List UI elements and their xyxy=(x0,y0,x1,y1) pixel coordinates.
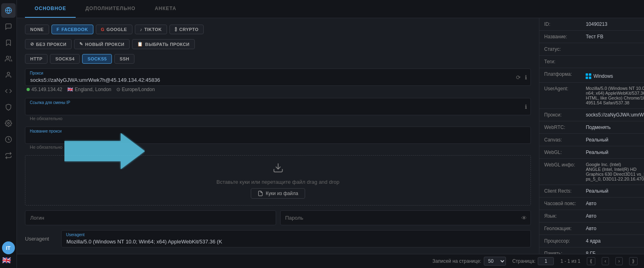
no-proxy-icon: ⊘ xyxy=(30,42,34,47)
footer: Записей на странице: 50 100 200 Страница… xyxy=(17,254,644,268)
sidebar-item-coin[interactable] xyxy=(1,132,16,147)
page-count-text: 1 - 1 из 1 xyxy=(560,258,580,264)
proxy-name-hint: Не обязательно xyxy=(25,144,531,150)
sidebar-item-settings[interactable] xyxy=(1,116,16,131)
sidebar-item-transfer[interactable] xyxy=(1,148,16,163)
info-row-canvas: Canvas: Реальный xyxy=(539,134,644,146)
timezone-label-right: Часовой пояс: xyxy=(539,197,581,210)
left-panel: None f Facebook G Google ♪ TikTok ₿ Cryp… xyxy=(17,18,539,254)
password-toggle: 👁 xyxy=(520,214,528,222)
first-page-btn[interactable]: ⟪ xyxy=(587,257,595,265)
tags-value xyxy=(581,56,644,68)
platform-value: Windows xyxy=(581,68,644,83)
useragent-input[interactable] xyxy=(61,230,531,247)
ip-change-wrapper: Ссылка для смены IP ℹ Не обязательно xyxy=(25,98,531,122)
btn-tiktok[interactable]: ♪ TikTok xyxy=(135,25,167,34)
content-area: None f Facebook G Google ♪ TikTok ₿ Cryp… xyxy=(17,18,644,254)
webrtc-value: Подменять xyxy=(581,121,644,134)
windows-logo xyxy=(586,73,591,79)
ip-change-input[interactable] xyxy=(25,98,531,115)
login-input[interactable] xyxy=(25,210,276,225)
page-input[interactable] xyxy=(538,257,554,265)
useragent-wrapper: Useragent xyxy=(61,230,531,247)
proxy-refresh-btn[interactable]: ⟳ xyxy=(515,73,522,81)
info-row-platform: Платформа: Windows xyxy=(539,68,644,83)
select-proxy-icon: 📋 xyxy=(137,42,143,47)
client-rects-label: Client Rects: xyxy=(539,185,581,197)
btn-http[interactable]: HTTP xyxy=(25,54,47,64)
sidebar-item-shield[interactable] xyxy=(1,100,16,114)
proxy-timezone: ⊙ Europe/London xyxy=(116,87,155,92)
proxy-name-input[interactable] xyxy=(25,127,531,144)
sidebar-item-bookmark[interactable] xyxy=(1,35,16,50)
tab-questionnaire[interactable]: Анкета xyxy=(145,0,186,18)
info-row-timezone: Часовой пояс: Авто xyxy=(539,197,644,210)
proxy-label-right: Прокси: xyxy=(539,109,581,121)
useragent-value-right: Mozilla/5.0 (Windows NT 10.0; Win64; x64… xyxy=(581,83,644,109)
svg-point-2 xyxy=(6,56,8,58)
btn-facebook[interactable]: f Facebook xyxy=(52,25,93,34)
btn-google[interactable]: G Google xyxy=(96,25,132,34)
tab-bar: Основное Дополнительно Анкета xyxy=(17,0,644,18)
id-value: 10490213 xyxy=(581,18,644,31)
records-label: Записей на странице: xyxy=(432,258,481,264)
useragent-label: Useragent xyxy=(25,230,57,247)
geolocation-label: Геолокация: xyxy=(539,222,581,235)
user-avatar[interactable]: IT xyxy=(2,241,15,254)
tab-advanced[interactable]: Дополнительно xyxy=(76,0,145,18)
info-row-webgl: WebGL: Реальный xyxy=(539,146,644,159)
memory-value: 8 ГБ xyxy=(581,247,644,254)
last-page-btn[interactable]: ⟫ xyxy=(629,257,638,265)
proxy-field-wrapper: Прокси ⟳ ℹ 45.149.134.42 🇬🇧 England, Lon… xyxy=(25,69,531,93)
cpu-label: Процессор: xyxy=(539,235,581,247)
sidebar-item-globe[interactable] xyxy=(1,3,16,18)
language-value: Авто xyxy=(581,210,644,222)
ip-change-hint: Не обязательно xyxy=(25,115,531,122)
proxy-input-container: Прокси ⟳ ℹ xyxy=(25,69,531,86)
btn-socks5[interactable]: Socks5 xyxy=(82,54,112,64)
btn-socks4[interactable]: Socks4 xyxy=(50,54,80,64)
cookie-drop-zone[interactable]: Вставьте куки или перетащите файл drag a… xyxy=(25,155,531,206)
proxy-input[interactable] xyxy=(25,69,531,86)
timezone-value-right: Авто xyxy=(581,197,644,210)
proxy-name-container: Название прокси xyxy=(25,127,531,144)
webgl-info-value: Google Inc. (Intel) ANGLE (Intel, Intel(… xyxy=(581,159,644,185)
info-row-name: Название: Тест FB xyxy=(539,31,644,43)
tab-basic[interactable]: Основное xyxy=(25,0,76,18)
sidebar-item-chat[interactable] xyxy=(1,19,16,34)
timezone-icon: ⊙ xyxy=(116,87,120,92)
records-per-page: Записей на странице: 50 100 200 xyxy=(432,257,506,266)
webgl-value: Реальный xyxy=(581,146,644,159)
btn-none[interactable]: None xyxy=(25,25,49,34)
canvas-value: Реальный xyxy=(581,134,644,146)
records-select[interactable]: 50 100 200 xyxy=(484,257,506,266)
btn-no-proxy[interactable]: ⊘ Без прокси xyxy=(25,39,72,49)
proxy-info-btn[interactable]: ℹ xyxy=(524,73,528,81)
btn-crypto[interactable]: ₿ Crypto xyxy=(169,25,204,34)
sidebar-item-users[interactable] xyxy=(1,52,16,66)
btn-new-proxy[interactable]: ✎ Новый прокси xyxy=(74,39,130,49)
password-visibility-btn[interactable]: 👁 xyxy=(520,214,528,222)
language-flag[interactable]: 🇬🇧 xyxy=(2,256,15,265)
prev-page-btn[interactable]: ‹ xyxy=(602,257,609,265)
canvas-label: Canvas: xyxy=(539,134,581,146)
info-row-useragent: UserAgent: Mozilla/5.0 (Windows NT 10.0;… xyxy=(539,83,644,109)
sidebar-item-api[interactable] xyxy=(1,84,16,98)
btn-select-proxy[interactable]: 📋 Выбрать прокси xyxy=(132,39,195,49)
btn-ssh[interactable]: SSH xyxy=(114,54,134,64)
info-row-cpu: Процессор: 4 ядра xyxy=(539,235,644,247)
cookie-file-btn[interactable]: Куки из файла xyxy=(251,188,305,199)
ip-change-info-btn[interactable]: ℹ xyxy=(524,103,528,111)
next-page-btn[interactable]: › xyxy=(615,257,623,265)
info-table: ID: 10490213 Название: Тест FB Статус: Т… xyxy=(539,18,644,254)
info-row-id: ID: 10490213 xyxy=(539,18,644,31)
geolocation-value: Авто xyxy=(581,222,644,235)
sidebar-item-person[interactable] xyxy=(1,68,16,82)
ip-change-container: Ссылка для смены IP ℹ xyxy=(25,98,531,115)
webgl-info-label: WebGL инфо: xyxy=(539,159,581,185)
proxy-name-wrapper: Название прокси Не обязательно xyxy=(25,127,531,150)
info-row-proxy: Прокси: socks5://zaNyGJWA:umrWwk... xyxy=(539,109,644,121)
memory-label: Память: xyxy=(539,247,581,254)
login-password-row: 👁 xyxy=(25,210,531,225)
password-input[interactable] xyxy=(280,210,531,225)
